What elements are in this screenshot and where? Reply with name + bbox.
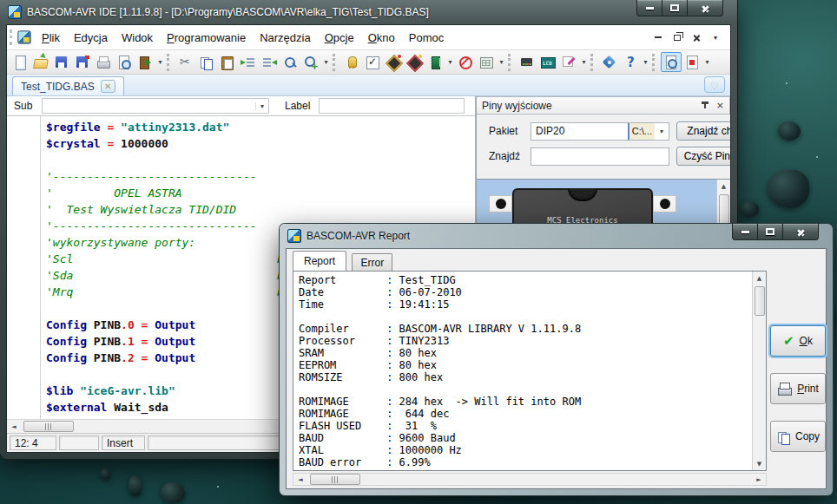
scroll-down-arrow[interactable]: ▼ <box>753 457 767 470</box>
report-tabs: Report Error <box>293 251 394 271</box>
close-button[interactable] <box>782 224 819 240</box>
grip-icon <box>332 476 339 483</box>
dropdown-arrow-icon[interactable]: ▾ <box>155 58 165 66</box>
dropdown-arrow-icon[interactable]: ▾ <box>641 58 650 66</box>
menu-okno[interactable]: Okno <box>361 28 402 48</box>
tab-report[interactable]: Report <box>293 251 346 271</box>
copy-button[interactable] <box>196 52 217 72</box>
find-chip-button[interactable]: Znajdź chip <box>676 121 730 141</box>
hardware-button[interactable] <box>517 52 537 72</box>
scroll-right-arrow[interactable]: ► <box>752 473 766 486</box>
dropdown-arrow-icon[interactable]: ▾ <box>579 58 589 66</box>
toolbar-options-button[interactable]: ▾ <box>708 30 723 44</box>
simulator-button[interactable] <box>476 52 497 72</box>
program-button[interactable] <box>404 52 425 72</box>
chip-pin <box>653 195 676 213</box>
save-button[interactable] <box>51 52 72 72</box>
copy-icon <box>199 55 214 70</box>
menu-pomoc[interactable]: Pomoc <box>402 28 451 48</box>
scroll-thumb[interactable] <box>755 286 765 316</box>
open-button[interactable] <box>30 52 51 72</box>
report-hscrollbar[interactable]: ◄ ► <box>293 473 767 486</box>
hardware-icon <box>519 55 535 70</box>
pin-edit-icon <box>561 55 577 70</box>
close-icon <box>692 33 702 43</box>
menu-opcje[interactable]: Opcje <box>318 28 361 48</box>
scroll-thumb[interactable] <box>23 421 74 432</box>
dropdown-arrow-icon[interactable]: ▾ <box>445 58 455 66</box>
menu-edycja[interactable]: Edycja <box>67 28 115 48</box>
print-button[interactable]: Print <box>770 373 826 404</box>
exit-button[interactable] <box>135 52 155 72</box>
cut-button[interactable] <box>175 52 196 72</box>
lcd-button[interactable] <box>537 52 558 72</box>
find-button[interactable] <box>280 52 300 72</box>
stop-button[interactable] <box>455 52 476 72</box>
pdf-button[interactable] <box>682 52 702 72</box>
syntax-check-button[interactable] <box>362 52 383 72</box>
tab-bar: Test_TIDG.BAS ✕ ♡ <box>7 75 730 96</box>
menu-widok[interactable]: Widok <box>115 28 160 48</box>
ok-button[interactable]: ✔ Ok <box>770 325 826 357</box>
dropdown-arrow-icon[interactable]: ▾ <box>702 58 712 66</box>
scroll-left-arrow[interactable]: ◄ <box>293 473 307 486</box>
run-button[interactable] <box>425 52 445 72</box>
scroll-thumb[interactable] <box>719 194 729 227</box>
menu-plik[interactable]: Plik <box>35 28 67 48</box>
sub-combo[interactable]: ▾ <box>42 98 269 114</box>
mdi-minimize-button[interactable] <box>650 30 666 44</box>
save-as-button[interactable] <box>72 52 93 72</box>
main-titlebar[interactable]: BASCOM-AVR IDE [1.11.9.8] - [D:\Programy… <box>6 0 731 24</box>
maximize-button[interactable] <box>662 0 688 16</box>
unindent-button[interactable] <box>259 52 280 72</box>
panel-close-icon[interactable]: × <box>716 100 724 111</box>
dropdown-arrow-icon[interactable]: ▾ <box>321 58 331 66</box>
maximize-button[interactable] <box>757 224 783 240</box>
tab-error[interactable]: Error <box>352 253 392 272</box>
report-vscrollbar[interactable]: ▲ ▼ <box>752 272 766 470</box>
tab-test-tidg[interactable]: Test_TIDG.BAS ✕ <box>12 76 124 95</box>
scroll-left-arrow[interactable]: ◄ <box>7 420 21 433</box>
restore-icon <box>674 35 681 41</box>
report-text-area[interactable]: Report : Test_TIDG Date : 06-07-2010 Tim… <box>293 271 767 471</box>
minimize-button[interactable] <box>636 0 662 16</box>
znajdz-input[interactable] <box>531 147 669 166</box>
bascom-document-icon <box>17 30 30 43</box>
dropdown-arrow-icon[interactable]: ▾ <box>497 58 506 66</box>
scroll-thumb[interactable] <box>310 474 360 485</box>
compile-button[interactable] <box>383 52 404 72</box>
maximize-icon <box>766 228 774 235</box>
scroll-up-arrow[interactable]: ▲ <box>753 272 767 285</box>
print-icon <box>96 55 111 70</box>
mdi-close-button[interactable] <box>689 30 704 44</box>
minimize-icon <box>741 231 749 233</box>
panel-toggle-button[interactable]: ♡ <box>704 76 725 93</box>
indent-button[interactable] <box>238 52 259 72</box>
minimize-button[interactable] <box>732 224 758 240</box>
copy-button[interactable]: Copy <box>770 421 826 452</box>
paste-button[interactable] <box>217 52 238 72</box>
close-button[interactable] <box>687 0 723 16</box>
new-button[interactable] <box>10 52 30 72</box>
mdi-restore-button[interactable] <box>669 30 685 44</box>
report-titlebar[interactable]: BASCOM-AVR Report <box>286 224 827 248</box>
find-next-button[interactable] <box>300 52 321 72</box>
wizard-button[interactable] <box>341 52 362 72</box>
report-view-button[interactable] <box>661 52 682 72</box>
help-button[interactable] <box>620 52 641 72</box>
asteroid <box>161 482 185 503</box>
menu-narzędzia[interactable]: Narzędzia <box>253 28 318 48</box>
toolbar-grip <box>167 54 172 71</box>
clear-pin-button[interactable]: Czyść Pin HI <box>676 147 730 166</box>
tab-close-button[interactable]: ✕ <box>101 80 115 93</box>
scroll-up-arrow[interactable]: ▲ <box>717 180 731 193</box>
menu-programowanie[interactable]: Programowanie <box>160 28 253 48</box>
pin-icon[interactable] <box>701 101 709 111</box>
menu-bar-items: PlikEdycjaWidokProgramowanieNarzędziaOpc… <box>35 29 451 45</box>
pakiet-combo[interactable]: DIP20 C:\... ▾ <box>531 122 669 141</box>
pin-edit-button[interactable] <box>558 52 579 72</box>
print-preview-button[interactable] <box>114 52 135 72</box>
label-combo[interactable] <box>319 98 465 114</box>
print-button[interactable] <box>93 52 114 72</box>
about-button[interactable] <box>599 52 620 72</box>
